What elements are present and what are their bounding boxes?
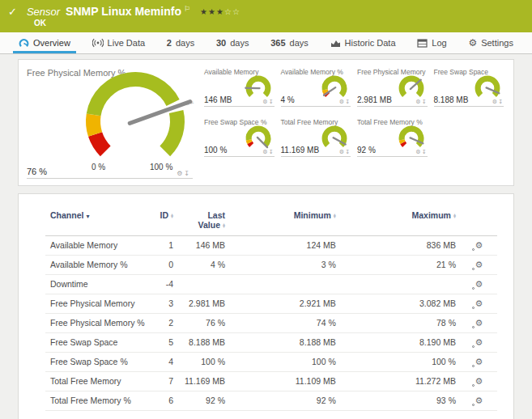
status-badge: OK: [34, 19, 524, 28]
channel-settings-icon[interactable]: ⚙: [475, 338, 483, 347]
gear-icon: ⚙: [468, 38, 477, 48]
table-header-row: Channel▾ ID▴▾ Last Value▴▾ Minimum▴▾ Max…: [45, 208, 497, 236]
cell-last-value: [178, 275, 230, 294]
cell-last-value: 11.169 MB: [178, 372, 230, 391]
sort-icon[interactable]: ▴▾: [171, 214, 173, 219]
channel-settings-icon[interactable]: ⚙: [475, 358, 483, 366]
cell-channel: Free Swap Space %: [45, 353, 150, 372]
table-row: Free Swap Space %4100 %100 %100 %⚙: [45, 353, 497, 372]
cell-last-value: 2.981 MB: [178, 294, 230, 314]
sort-icon[interactable]: ▴▾: [334, 214, 336, 219]
cell-maximum: 100 %: [341, 353, 461, 372]
gear-dot: [472, 268, 475, 270]
table-row: Free Physical Memory32.981 MB2.921 MB3.0…: [45, 294, 497, 314]
mini-panel-total-free-memory: Total Free Memory 11.169 MB ⚙↧: [281, 118, 351, 157]
gear-icon[interactable]: ⚙: [262, 99, 268, 104]
gear-dot: [472, 404, 475, 406]
channel-table: Channel▾ ID▴▾ Last Value▴▾ Minimum▴▾ Max…: [45, 208, 497, 411]
object-kind-label: Sensor: [27, 6, 60, 18]
download-icon[interactable]: ↧: [269, 149, 275, 154]
tab-label: Historic Data: [345, 38, 396, 48]
column-header-minimum[interactable]: Minimum▴▾: [230, 208, 341, 236]
gear-dot: [472, 365, 475, 367]
flag-icon[interactable]: ⚐: [184, 5, 190, 13]
cell-id: 2: [150, 314, 178, 333]
mini-panel-free-swap-space-pct: Free Swap Space % 100 % ⚙↧: [204, 118, 275, 157]
download-icon[interactable]: ↧: [184, 170, 191, 177]
cell-maximum: 21 %: [341, 256, 461, 275]
channel-settings-icon[interactable]: ⚙: [475, 299, 483, 308]
cell-actions: ⚙: [461, 294, 497, 314]
gear-icon[interactable]: ⚙: [262, 149, 268, 154]
channel-settings-icon[interactable]: ⚙: [475, 280, 483, 289]
channel-settings-icon[interactable]: ⚙: [475, 377, 483, 386]
tab-label: Live Data: [108, 38, 145, 48]
column-header-last-value[interactable]: Last Value▴▾: [178, 208, 230, 236]
download-icon[interactable]: ↧: [422, 149, 428, 154]
download-icon[interactable]: ↧: [498, 99, 504, 104]
table-row: Downtime-4⚙: [45, 275, 497, 294]
download-icon[interactable]: ↧: [422, 99, 428, 104]
tab-label: days: [290, 38, 309, 48]
channel-settings-icon[interactable]: ⚙: [475, 241, 483, 250]
tab-bar: Overview Live Data 2days 30days 365days …: [0, 32, 532, 54]
cell-maximum: 3.082 MB: [341, 294, 461, 314]
mini-panel-available-memory: Available Memory 146 MB ⚙↧: [204, 68, 275, 107]
mini-gauge-value: 92 %: [357, 146, 376, 154]
tab-number: 365: [270, 38, 285, 48]
cell-channel: Downtime: [45, 275, 150, 294]
tab-365-days[interactable]: 365days: [265, 32, 314, 53]
cell-actions: ⚙: [461, 256, 497, 275]
gauge-max-label: 100 %: [150, 163, 172, 171]
gear-icon[interactable]: ⚙: [177, 170, 184, 177]
cell-minimum: 124 MB: [230, 236, 341, 256]
tab-label: Settings: [481, 38, 513, 48]
channel-settings-icon[interactable]: ⚙: [475, 319, 483, 328]
download-icon[interactable]: ↧: [345, 99, 351, 104]
panel-icons: ⚙↧: [492, 99, 504, 105]
tab-settings[interactable]: ⚙ Settings: [462, 32, 519, 53]
priority-stars[interactable]: ★★★☆☆: [200, 7, 240, 16]
column-header-maximum[interactable]: Maximum▴▾: [341, 208, 461, 236]
column-header-channel[interactable]: Channel▾: [45, 208, 150, 236]
main-gauge-value: 76 %: [27, 167, 47, 176]
panel-icons: ⚙↧: [177, 170, 191, 177]
sorted-desc-icon: ▾: [86, 213, 89, 220]
tab-live-data[interactable]: Live Data: [87, 32, 151, 53]
gear-icon[interactable]: ⚙: [415, 99, 421, 104]
tab-overview[interactable]: Overview: [13, 32, 76, 53]
gear-dot: [472, 248, 475, 251]
tab-log[interactable]: Log: [411, 32, 452, 53]
cell-channel: Available Memory %: [45, 256, 150, 275]
column-header-id[interactable]: ID▴▾: [150, 208, 178, 236]
tab-number: 2: [167, 38, 172, 48]
cell-minimum: 2.921 MB: [230, 294, 341, 314]
gear-icon[interactable]: ⚙: [415, 149, 421, 154]
cell-minimum: 8.188 MB: [230, 333, 341, 353]
cell-last-value: 4 %: [178, 256, 230, 275]
tab-label: Log: [432, 38, 446, 48]
mini-panel-free-swap-space: Free Swap Space 8.188 MB ⚙↧: [434, 68, 504, 107]
cell-id: 0: [150, 256, 178, 275]
sort-icon[interactable]: ▴▾: [223, 223, 225, 229]
panel-icons: ⚙↧: [415, 149, 427, 155]
gear-dot: [472, 287, 475, 290]
gear-dot: [472, 384, 475, 387]
tab-30-days[interactable]: 30days: [211, 32, 255, 53]
tab-2-days[interactable]: 2days: [161, 32, 200, 53]
cell-channel: Available Memory: [45, 236, 150, 256]
download-icon[interactable]: ↧: [345, 149, 351, 154]
sort-icon[interactable]: ▴▾: [453, 214, 456, 219]
cell-maximum: 93 %: [341, 391, 461, 411]
status-check-icon: ✓: [8, 6, 17, 18]
tab-historic-data[interactable]: Historic Data: [325, 32, 402, 53]
mini-gauge-grid: Available Memory 146 MB ⚙↧ Available Mem…: [193, 66, 505, 179]
tab-label: days: [176, 38, 194, 48]
channel-settings-icon[interactable]: ⚙: [475, 260, 483, 269]
prtg-sensor-page: ✓ Sensor SNMP Linux Meminfo ⚐ ★★★☆☆ OK O…: [0, 0, 532, 419]
mini-gauge-value: 8.188 MB: [434, 95, 469, 104]
cell-actions: ⚙: [461, 372, 497, 391]
download-icon[interactable]: ↧: [269, 99, 275, 104]
channel-settings-icon[interactable]: ⚙: [475, 396, 483, 405]
cell-maximum: 836 MB: [341, 236, 461, 256]
